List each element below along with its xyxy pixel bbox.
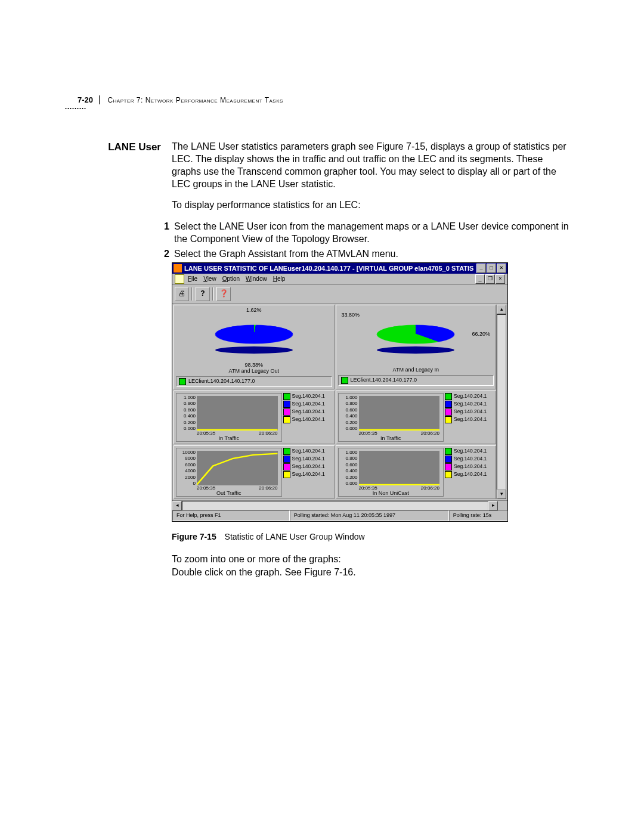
legend: LEClient.140.204.140.177.0 xyxy=(176,376,332,387)
scroll-up-button[interactable]: ▴ xyxy=(497,305,506,314)
chart-title: ATM and Legacy Out xyxy=(176,368,332,375)
chart-title: In Traffic xyxy=(177,435,281,442)
window-title: LANE USER STATISTIC OF LANEuser140.204.1… xyxy=(184,264,474,273)
chart-area: 1.62% 98.38% ATM and Legacy Out xyxy=(172,304,507,500)
list-item: 1Select the LANE User icon from the mana… xyxy=(161,220,572,245)
menu-help[interactable]: Help xyxy=(273,275,286,283)
titlebar[interactable]: LANE USER STATISTIC OF LANEuser140.204.1… xyxy=(172,263,507,274)
line-plot: 1.0000.8000.6000.4000.2000.000 20:05:352… xyxy=(176,393,282,442)
figure-caption: Figure 7-15 Statistic of LANE User Group… xyxy=(172,531,572,542)
line-panel-in-left[interactable]: 1.0000.8000.6000.4000.2000.000 20:05:352… xyxy=(174,391,335,444)
list-item: 2Select the Graph Assistant from the ATM… xyxy=(161,247,572,260)
chart-title: ATM and Legacy In xyxy=(338,367,494,374)
menu-view[interactable]: View xyxy=(203,275,216,283)
legend: Seg.140.204.1 Seg.140.204.1 Seg.140.204.… xyxy=(445,448,494,497)
chapter-title: Chapter 7: Network Performance Measureme… xyxy=(107,96,283,104)
scroll-track[interactable] xyxy=(497,314,506,490)
section-body: The LANE User statistics parameters grap… xyxy=(172,140,572,578)
app-icon xyxy=(174,264,182,272)
menu-option[interactable]: Option xyxy=(222,275,240,283)
y-axis-ticks: 1.0000.8000.6000.4000.2000.000 xyxy=(340,450,358,487)
legend-label: LEClient.140.204.140.177.0 xyxy=(351,377,417,384)
figure-label: Figure 7-15 xyxy=(172,532,216,541)
scroll-corner xyxy=(498,501,507,509)
content: LANE User The LANE User statistics param… xyxy=(78,140,572,584)
context-help-button[interactable]: ❓ xyxy=(216,287,231,301)
print-button[interactable]: 🖨 xyxy=(175,287,189,301)
status-help: For Help, press F1 xyxy=(172,510,290,521)
paragraph: To display performance statistics for an… xyxy=(172,199,572,211)
window-controls: _ □ × xyxy=(476,264,506,273)
mdi-restore-button[interactable]: ❐ xyxy=(485,274,495,284)
pie-panel-in[interactable]: 33.80% 66.20% ATM and Legacy In xyxy=(336,305,497,389)
menu-bar: File View Option Window Help _ ❐ × xyxy=(172,274,507,285)
maximize-button[interactable]: □ xyxy=(487,264,496,273)
close-button[interactable]: × xyxy=(497,264,506,273)
legend-label: LEClient.140.204.140.177.0 xyxy=(188,378,255,385)
pie-panel-out[interactable]: 1.62% 98.38% ATM and Legacy Out xyxy=(174,305,335,389)
menu-file[interactable]: File xyxy=(188,275,197,283)
y-axis-ticks: 1.0000.8000.6000.4000.2000.000 xyxy=(340,395,358,432)
rule-decoration: ········· xyxy=(64,106,86,110)
mdi-controls: _ ❐ × xyxy=(475,274,505,284)
legend-swatch xyxy=(179,378,186,385)
legend-swatch xyxy=(341,377,348,384)
status-bar: For Help, press F1 Polling started: Mon … xyxy=(172,510,507,521)
scroll-down-button[interactable]: ▾ xyxy=(497,490,506,499)
vertical-scrollbar[interactable]: ▴ ▾ xyxy=(496,305,506,499)
chart-title: In Traffic xyxy=(339,435,444,442)
toolbar-separator xyxy=(191,287,193,301)
running-head: 7-20 Chapter 7: Network Performance Meas… xyxy=(78,95,572,104)
pie-slice-label: 1.62% xyxy=(246,307,262,314)
ordered-list: 1Select the LANE User icon from the mana… xyxy=(161,220,572,260)
toolbar-separator xyxy=(212,287,214,301)
mdi-close-button[interactable]: × xyxy=(496,274,505,284)
paragraph: Double click on the graph. See Figure 7-… xyxy=(172,566,572,579)
horizontal-scrollbar[interactable]: ◂ ▸ xyxy=(172,500,507,510)
help-button[interactable]: ? xyxy=(196,287,210,301)
line-plot: 1.0000.8000.6000.4000.2000.000 20:05:352… xyxy=(338,448,444,497)
scroll-track[interactable] xyxy=(182,501,488,510)
line-panel-in-right[interactable]: 1.0000.8000.6000.4000.2000.000 20:05:352… xyxy=(336,391,497,444)
y-axis-ticks: 1.0000.8000.6000.4000.2000.000 xyxy=(178,395,196,432)
line-panel-out[interactable]: 1000080006000400020000 20:05:3520:06:20 … xyxy=(174,445,335,499)
chart-title: In Non UniCast xyxy=(339,490,444,497)
line-plot: 1000080006000400020000 20:05:3520:06:20 … xyxy=(176,448,282,497)
status-polling-started: Polling started: Mon Aug 11 20:05:35 199… xyxy=(290,510,449,521)
pie-chart xyxy=(212,325,296,344)
mdi-minimize-button[interactable]: _ xyxy=(475,274,485,284)
status-polling-rate: Polling rate: 15s xyxy=(449,510,507,521)
line-plot: 1.0000.8000.6000.4000.2000.000 20:05:352… xyxy=(338,393,444,442)
y-axis-ticks: 1000080006000400020000 xyxy=(178,450,196,487)
legend: Seg.140.204.1 Seg.140.204.1 Seg.140.204.… xyxy=(445,393,494,442)
toolbar: 🖨 ? ❓ xyxy=(172,285,507,304)
document-icon xyxy=(175,274,184,284)
pie-chart xyxy=(374,325,458,344)
legend: Seg.140.204.1 Seg.140.204.1 Seg.140.204.… xyxy=(283,393,332,442)
legend: LEClient.140.204.140.177.0 xyxy=(338,375,494,386)
scroll-left-button[interactable]: ◂ xyxy=(172,501,182,510)
app-window: LANE USER STATISTIC OF LANEuser140.204.1… xyxy=(172,262,508,522)
menu-window[interactable]: Window xyxy=(246,275,267,283)
minimize-button[interactable]: _ xyxy=(476,264,486,273)
line-panel-nonunicast[interactable]: 1.0000.8000.6000.4000.2000.000 20:05:352… xyxy=(336,445,497,499)
section-heading: LANE User xyxy=(78,140,161,578)
paragraph: The LANE User statistics parameters grap… xyxy=(172,140,572,190)
pie-slice-label: 33.80% xyxy=(342,312,360,319)
legend: Seg.140.204.1 Seg.140.204.1 Seg.140.204.… xyxy=(283,448,332,497)
paragraph: To zoom into one or more of the graphs: xyxy=(172,553,572,566)
chart-title: Out Traffic xyxy=(177,490,281,497)
scroll-right-button[interactable]: ▸ xyxy=(488,501,498,510)
page: 7-20 Chapter 7: Network Performance Meas… xyxy=(0,0,644,833)
pie-slice-label: 66.20% xyxy=(472,331,490,338)
figure-caption-text: Statistic of LANE User Group Window xyxy=(225,532,365,541)
post-figure-text: To zoom into one or more of the graphs: … xyxy=(172,553,572,578)
